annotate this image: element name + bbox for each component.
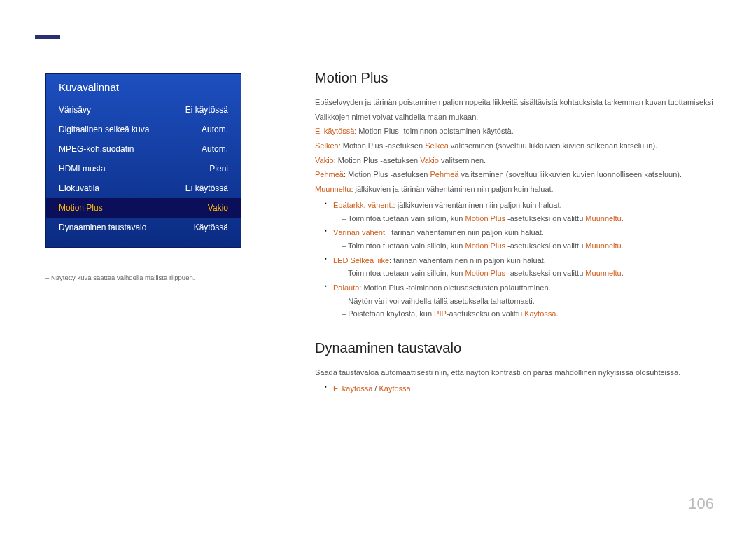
menu-item-value: Autom. xyxy=(202,144,228,154)
menu-row-5[interactable]: Motion PlusVakio xyxy=(46,198,241,218)
option-label: Muunneltu xyxy=(315,185,351,193)
sub-option-judder: Värinän vähent.: tärinän vähentäminen ni… xyxy=(325,226,721,252)
menu-item-label: Digitaalinen selkeä kuva xyxy=(59,125,149,134)
page-number: 106 xyxy=(688,495,714,513)
option-desc: valitseminen (soveltuu liikkuvien kuvien… xyxy=(458,170,682,178)
menu-item-label: Dynaaminen taustavalo xyxy=(59,223,146,232)
menu-item-value: Käytössä xyxy=(194,223,228,232)
option-clear: Selkeä: Motion Plus -asetuksen Selkeä va… xyxy=(315,139,721,153)
menu-item-label: Elokuvatila xyxy=(59,183,99,193)
motion-plus-body: Epäselvyyden ja tärinän poistaminen palj… xyxy=(315,96,721,321)
menu-row-0[interactable]: VärisävyEi käytössä xyxy=(59,100,228,120)
dbl-text: Säädä taustavaloa automaattisesti niin, … xyxy=(315,366,721,379)
menu-item-value: Pieni xyxy=(209,164,228,174)
option-on: Käytössä xyxy=(379,384,410,393)
menu-item-label: HDMI musta xyxy=(59,164,106,174)
intro-text: Epäselvyyden ja tärinän poistaminen palj… xyxy=(315,96,721,109)
option-desc: : Motion Plus -asetuksen xyxy=(334,156,421,164)
sub-note: Toimintoa tuetaan vain silloin, kun Moti… xyxy=(342,239,721,253)
sub-option-label: Värinän vähent. xyxy=(333,228,387,237)
option-desc: : Motion Plus -toiminnon poistaminen käy… xyxy=(354,127,513,135)
option-off: Ei käytössä: Motion Plus -toiminnon pois… xyxy=(315,125,721,138)
section-heading-motion-plus: Motion Plus xyxy=(315,70,721,86)
sub-option-reset: Palauta: Motion Plus -toiminnon oletusas… xyxy=(325,281,721,321)
dynamic-backlight-body: Säädä taustavaloa automaattisesti niin, … xyxy=(315,366,721,395)
sub-option-label: Palauta xyxy=(333,283,359,292)
section-heading-dynamic-backlight: Dynaaminen taustavalo xyxy=(315,340,721,356)
sub-option-blur: Epätarkk. vähent.: jälkikuvien vähentämi… xyxy=(325,199,721,225)
sub-note: Toimintoa tuetaan vain silloin, kun Moti… xyxy=(342,267,721,280)
option-desc: valitseminen (soveltuu liikkuvien kuvien… xyxy=(449,141,657,150)
sub-option-label: Epätarkk. vähent. xyxy=(333,201,393,209)
sub-option-label: LED Selkeä liike xyxy=(333,256,389,265)
menu-title: Kuvavalinnat xyxy=(59,81,228,93)
sub-note: Näytön väri voi vaihdella tällä asetukse… xyxy=(342,295,721,308)
dbl-options: Ei käytössä / Käytössä xyxy=(325,382,721,395)
sub-note: Poistetaan käytöstä, kun PIP-asetukseksi… xyxy=(342,307,721,321)
option-desc: : Motion Plus -asetuksen xyxy=(339,141,426,150)
option-label: Vakio xyxy=(315,156,334,164)
menu-row-4[interactable]: ElokuvatilaEi käytössä xyxy=(59,178,228,198)
menu-item-label: Motion Plus xyxy=(59,203,103,213)
sub-option-desc: : tärinän vähentäminen niin paljon kuin … xyxy=(387,228,544,237)
menu-row-2[interactable]: MPEG-koh.suodatinAutom. xyxy=(59,139,228,159)
option-off: Ei käytössä xyxy=(333,384,372,393)
dbl-option-list: Ei käytössä / Käytössä xyxy=(325,382,721,395)
menu-item-label: MPEG-koh.suodatin xyxy=(59,144,134,154)
option-label: Ei käytössä xyxy=(315,127,354,135)
option-label: Selkeä xyxy=(315,141,339,150)
left-column: Kuvavalinnat VärisävyEi käytössäDigitaal… xyxy=(46,73,241,281)
sub-option-desc: : Motion Plus -toiminnon oletusasetusten… xyxy=(359,283,550,292)
option-value: Vakio xyxy=(420,156,439,164)
menu-row-3[interactable]: HDMI mustaPieni xyxy=(59,159,228,178)
menu-item-value: Vakio xyxy=(208,203,228,213)
option-standard: Vakio: Motion Plus -asetuksen Vakio vali… xyxy=(315,154,721,167)
option-desc: : jälkikuvien ja tärinän vähentäminen ni… xyxy=(351,185,553,193)
option-desc: valitseminen. xyxy=(439,156,486,164)
settings-menu-preview: Kuvavalinnat VärisävyEi käytössäDigitaal… xyxy=(46,73,241,248)
intro-text-2: Valikkojen nimet voivat vaihdella maan m… xyxy=(315,111,721,124)
menu-item-value: Ei käytössä xyxy=(186,183,228,193)
menu-item-value: Ei käytössä xyxy=(186,105,228,115)
menu-row-1[interactable]: Digitaalinen selkeä kuvaAutom. xyxy=(59,120,228,139)
sub-note: Toimintoa tuetaan vain silloin, kun Moti… xyxy=(342,212,721,225)
footnote-rule: Näytetty kuva saattaa vaihdella mallista… xyxy=(46,269,241,281)
sub-option-desc: : tärinän vähentäminen niin paljon kuin … xyxy=(389,256,546,265)
header-rule xyxy=(35,45,721,45)
sub-option-desc: : jälkikuvien vähentäminen niin paljon k… xyxy=(393,201,562,209)
option-value: Selkeä xyxy=(425,141,449,150)
menu-item-label: Värisävy xyxy=(59,105,91,115)
right-column: Motion Plus Epäselvyyden ja tärinän pois… xyxy=(315,70,721,396)
footnote-text: Näytetty kuva saattaa vaihdella mallista… xyxy=(46,274,241,281)
menu-row-6[interactable]: Dynaaminen taustavaloKäytössä xyxy=(59,218,228,237)
section-dynamic-backlight: Dynaaminen taustavalo Säädä taustavaloa … xyxy=(315,340,721,395)
menu-item-value: Autom. xyxy=(202,125,228,134)
header-accent xyxy=(35,35,60,39)
option-label: Pehmeä xyxy=(315,170,344,178)
option-desc: : Motion Plus -asetuksen xyxy=(344,170,430,178)
sub-option-list: Epätarkk. vähent.: jälkikuvien vähentämi… xyxy=(325,199,721,321)
option-smooth: Pehmeä: Motion Plus -asetuksen Pehmeä va… xyxy=(315,168,721,181)
sub-option-led: LED Selkeä liike: tärinän vähentäminen n… xyxy=(325,254,721,280)
option-value: Pehmeä xyxy=(430,170,459,178)
option-custom: Muunneltu: jälkikuvien ja tärinän vähent… xyxy=(315,183,721,196)
